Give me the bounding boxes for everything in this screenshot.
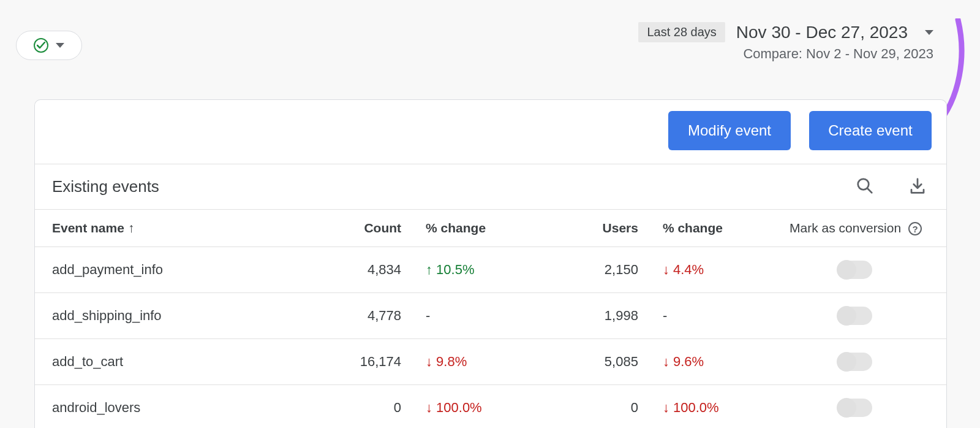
section-title: Existing events	[52, 177, 159, 196]
modify-event-button[interactable]: Modify event	[668, 111, 791, 150]
count-change-cell: -	[426, 308, 430, 323]
conversion-toggle[interactable]	[838, 353, 872, 371]
users-cell: 0	[536, 385, 646, 428]
card-actions: Modify event Create event	[35, 100, 946, 164]
event-name-cell[interactable]: android_lovers	[35, 385, 317, 428]
section-header: Existing events	[35, 164, 946, 210]
download-icon	[908, 177, 927, 195]
count-change-cell: ↓100.0%	[426, 400, 482, 415]
compare-range-label: Compare: Nov 2 - Nov 29, 2023	[743, 46, 933, 62]
count-change-cell: ↑10.5%	[426, 262, 474, 277]
table-row: add_to_cart16,174↓9.8%5,085↓9.6%	[35, 339, 946, 385]
count-change-cell: ↓9.8%	[426, 354, 467, 369]
table-row: add_shipping_info4,778-1,998-	[35, 293, 946, 339]
sort-ascending-icon: ↑	[128, 221, 135, 235]
conversion-toggle[interactable]	[838, 399, 872, 417]
check-circle-icon	[34, 38, 48, 53]
count-cell: 16,174	[317, 339, 409, 385]
table-header-row: Event name↑ Count % change Users % chang…	[35, 210, 946, 247]
date-range-picker[interactable]: Last 28 days Nov 30 - Dec 27, 2023 Compa…	[638, 22, 933, 62]
events-table: Event name↑ Count % change Users % chang…	[35, 210, 946, 428]
svg-line-1	[867, 188, 872, 193]
users-cell: 5,085	[536, 339, 646, 385]
event-name-cell[interactable]: add_payment_info	[35, 247, 317, 293]
col-count-change[interactable]: % change	[409, 210, 536, 247]
users-change-cell: -	[663, 308, 667, 323]
table-row: add_payment_info4,834↑10.5%2,150↓4.4%	[35, 247, 946, 293]
search-button[interactable]	[853, 174, 876, 199]
users-cell: 1,998	[536, 293, 646, 339]
col-users-change[interactable]: % change	[646, 210, 764, 247]
event-name-cell[interactable]: add_to_cart	[35, 339, 317, 385]
event-name-cell[interactable]: add_shipping_info	[35, 293, 317, 339]
chevron-down-icon	[56, 43, 64, 48]
search-icon	[856, 177, 874, 195]
col-conversion: Mark as conversion ?	[764, 210, 946, 247]
count-cell: 4,778	[317, 293, 409, 339]
count-cell: 0	[317, 385, 409, 428]
help-icon[interactable]: ?	[908, 222, 922, 235]
users-change-cell: ↓9.6%	[663, 354, 704, 369]
users-change-cell: ↓100.0%	[663, 400, 719, 415]
download-button[interactable]	[906, 174, 929, 199]
chevron-down-icon	[925, 30, 933, 35]
col-count[interactable]: Count	[317, 210, 409, 247]
events-card: Modify event Create event Existing event…	[34, 99, 947, 428]
users-cell: 2,150	[536, 247, 646, 293]
status-selector[interactable]	[16, 31, 82, 60]
conversion-toggle[interactable]	[838, 261, 872, 279]
date-range-value: Nov 30 - Dec 27, 2023	[736, 23, 908, 42]
conversion-toggle[interactable]	[838, 307, 872, 325]
col-event-name[interactable]: Event name↑	[35, 210, 317, 247]
users-change-cell: ↓4.4%	[663, 262, 704, 277]
count-cell: 4,834	[317, 247, 409, 293]
col-users[interactable]: Users	[536, 210, 646, 247]
create-event-button[interactable]: Create event	[809, 111, 932, 150]
date-preset-badge: Last 28 days	[638, 22, 725, 42]
table-row: android_lovers0↓100.0%0↓100.0%	[35, 385, 946, 428]
